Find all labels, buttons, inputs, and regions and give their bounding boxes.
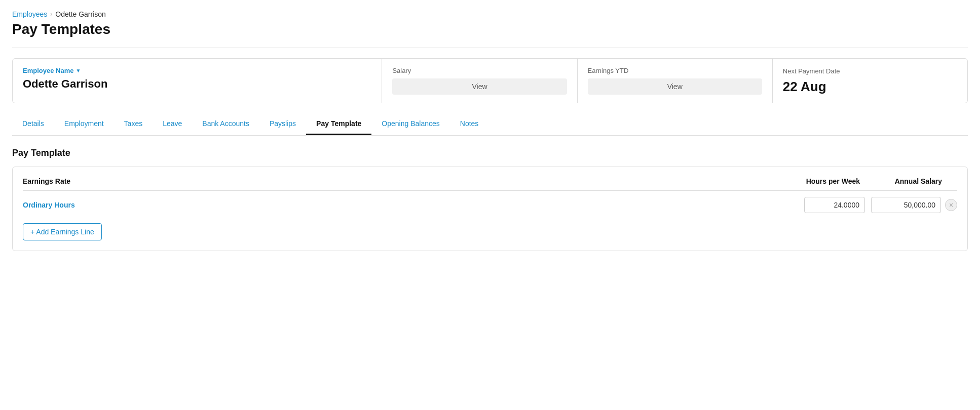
add-earnings-line-button[interactable]: + Add Earnings Line [23,223,102,240]
salary-section: Salary View [382,59,577,103]
tab-payslips[interactable]: Payslips [259,113,306,135]
earnings-ytd-view-button[interactable]: View [588,78,762,95]
hours-per-week-header: Hours per Week [794,177,860,185]
employee-name-value: Odette Garrison [23,77,371,91]
earnings-name-link[interactable]: Ordinary Hours [23,201,75,209]
earnings-rate-header: Earnings Rate [23,177,794,185]
employee-name-section: Employee Name ▼ Odette Garrison [13,59,382,103]
annual-salary-header: Annual Salary [866,177,942,185]
breadcrumb: Employees › Odette Garrison [12,10,968,18]
tabs-container: Details Employment Taxes Leave Bank Acco… [12,113,968,136]
pay-template-section-title: Pay Template [12,148,968,158]
next-payment-date: 22 Aug [783,79,957,95]
breadcrumb-employees-link[interactable]: Employees [12,10,47,18]
annual-salary-input[interactable] [871,197,941,213]
pay-template-section: Pay Template Earnings Rate Hours per Wee… [12,148,968,251]
earnings-row: Ordinary Hours × [23,197,957,213]
salary-view-button[interactable]: View [392,78,567,95]
tab-bank-accounts[interactable]: Bank Accounts [192,113,259,135]
hours-per-week-input[interactable] [804,197,865,213]
breadcrumb-current: Odette Garrison [55,10,106,18]
employee-card: Employee Name ▼ Odette Garrison Salary V… [12,58,968,103]
next-payment-section: Next Payment Date 22 Aug [773,59,967,103]
tab-notes[interactable]: Notes [450,113,489,135]
tab-employment[interactable]: Employment [54,113,114,135]
remove-earnings-row-button[interactable]: × [945,199,957,211]
earnings-ytd-section: Earnings YTD View [578,59,773,103]
tab-taxes[interactable]: Taxes [114,113,153,135]
breadcrumb-separator: › [50,11,52,18]
earnings-table-header: Earnings Rate Hours per Week Annual Sala… [23,177,957,191]
pay-template-card: Earnings Rate Hours per Week Annual Sala… [12,167,968,251]
earnings-ytd-label: Earnings YTD [588,67,762,74]
tab-leave[interactable]: Leave [153,113,192,135]
times-icon: × [949,201,953,209]
page-title: Pay Templates [12,21,968,37]
tab-pay-template[interactable]: Pay Template [306,113,371,135]
tab-details[interactable]: Details [12,113,54,135]
employee-name-label[interactable]: Employee Name ▼ [23,67,371,74]
employee-name-label-text: Employee Name [23,67,73,74]
tab-opening-balances[interactable]: Opening Balances [371,113,449,135]
next-payment-label: Next Payment Date [783,67,957,75]
header-divider [12,48,968,48]
chevron-down-icon: ▼ [76,68,81,73]
salary-label: Salary [392,67,567,74]
